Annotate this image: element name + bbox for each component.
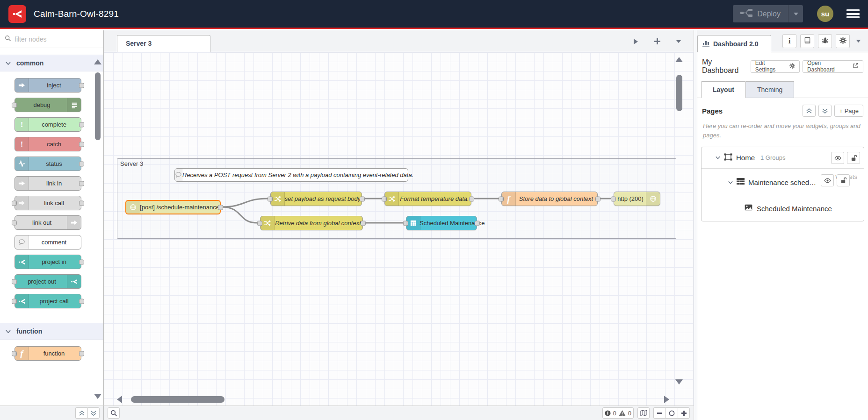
add-page-button[interactable]: + Page — [834, 105, 863, 117]
main-menu-button[interactable] — [846, 9, 860, 18]
palette-category-function[interactable]: function — [0, 323, 103, 340]
palette-category-common[interactable]: common — [0, 55, 103, 71]
palette-node-inject[interactable]: inject — [14, 78, 81, 93]
palette-node-debug[interactable]: debug — [14, 98, 81, 112]
docs-button[interactable] — [800, 34, 814, 48]
zoom-in-button[interactable] — [678, 407, 690, 419]
palette-node-link-in[interactable]: link in — [14, 176, 81, 191]
next-tab-icon[interactable] — [631, 37, 640, 46]
link-arrow-icon — [67, 216, 81, 229]
tab-layout[interactable]: Layout — [701, 81, 746, 98]
flow-node-http-in[interactable]: [post] /schedule-maintenance — [125, 200, 221, 214]
output-port[interactable] — [79, 351, 84, 356]
vertical-scrollbar-thumb[interactable] — [676, 75, 682, 111]
notifications-status[interactable]: 0 0 — [602, 407, 634, 419]
info-button[interactable]: i — [782, 34, 796, 48]
input-port[interactable] — [12, 220, 17, 225]
output-port[interactable] — [79, 181, 84, 186]
unlock-toggle-button[interactable] — [837, 174, 850, 186]
flow-canvas[interactable]: Server 3 Receives a POST request from Se… — [104, 52, 694, 406]
visibility-toggle-button[interactable] — [821, 174, 834, 186]
input-port[interactable] — [12, 102, 17, 107]
workspace-column: Server 3 Server 3 — [104, 30, 694, 406]
user-avatar[interactable]: su — [817, 6, 833, 22]
horizontal-scrollbar-thumb[interactable] — [131, 396, 224, 403]
tab-dashboard-2[interactable]: Dashboard 2.0 — [697, 35, 771, 52]
palette-node-complete[interactable]: ! complete — [14, 117, 81, 132]
page-meta: 1 Groups — [760, 154, 785, 161]
add-flow-icon[interactable] — [652, 37, 662, 46]
output-port[interactable] — [218, 205, 223, 210]
output-port[interactable] — [79, 122, 84, 127]
chevron-down-icon[interactable] — [716, 156, 720, 159]
search-flows-button[interactable] — [108, 407, 120, 419]
output-port[interactable] — [595, 196, 600, 201]
tab-theming[interactable]: Theming — [746, 81, 794, 98]
chevron-down-icon[interactable] — [728, 181, 733, 184]
flow-node-change-retrieve-data[interactable]: Retrive data from global context — [260, 216, 363, 230]
zoom-out-button[interactable] — [653, 407, 665, 419]
output-port[interactable] — [79, 83, 84, 88]
palette-scrollbar[interactable] — [94, 59, 101, 399]
output-port[interactable] — [79, 142, 84, 147]
output-port[interactable] — [360, 196, 365, 201]
deploy-button[interactable]: Deploy — [733, 5, 803, 22]
scroll-down-icon[interactable] — [94, 394, 101, 399]
palette-node-project-out[interactable]: project out — [14, 274, 81, 289]
palette-node-status[interactable]: status — [14, 157, 81, 171]
sidebar-menu-chevron-icon[interactable] — [855, 39, 861, 43]
scroll-down-icon[interactable] — [675, 379, 683, 384]
palette-node-project-call[interactable]: project call — [14, 294, 81, 308]
sidebar-splitter[interactable] — [694, 30, 697, 420]
output-port[interactable] — [79, 299, 84, 304]
expand-all-categories-button[interactable] — [87, 407, 100, 419]
scroll-left-icon[interactable] — [117, 396, 122, 403]
scroll-right-icon[interactable] — [664, 396, 669, 403]
output-port[interactable] — [79, 161, 84, 166]
flow-list-icon[interactable] — [674, 37, 683, 46]
tree-row-page-home[interactable]: Home 1 Groups — [702, 147, 864, 169]
palette-node-comment[interactable]: comment — [14, 235, 81, 249]
flow-node-function-store-data[interactable]: f Store data to global context — [501, 192, 598, 206]
edit-settings-button[interactable]: Edit Settings — [751, 60, 800, 73]
zoom-reset-button[interactable] — [665, 407, 678, 419]
node-red-app: Calm-Barn-Owl-8291 Deploy su — [0, 0, 868, 420]
toggle-navigator-button[interactable] — [637, 407, 650, 419]
open-dashboard-button[interactable]: Open Dashboard — [803, 60, 863, 73]
input-port[interactable] — [611, 196, 616, 201]
output-port[interactable] — [79, 259, 84, 264]
input-port[interactable] — [12, 279, 17, 284]
flow-node-change-format-temperature[interactable]: Format temperature data. — [384, 192, 471, 206]
scroll-up-icon[interactable] — [94, 59, 101, 64]
flow-node-comment[interactable]: Receives a POST request from Server 2 wi… — [174, 168, 408, 182]
expand-all-button[interactable] — [818, 105, 832, 117]
flow-node-ui-table[interactable]: Scheduled Maintenance — [406, 216, 477, 230]
scrollbar-thumb[interactable] — [95, 72, 101, 140]
palette-node-link-out[interactable]: link out — [14, 215, 81, 230]
unlock-toggle-button[interactable] — [847, 152, 860, 164]
palette-node-link-call[interactable]: link call — [14, 196, 81, 210]
visibility-toggle-button[interactable] — [831, 152, 844, 164]
palette-filter-input[interactable] — [14, 36, 85, 43]
flow-node-change-set-payload[interactable]: set payload as request body — [270, 192, 362, 206]
debug-bug-button[interactable] — [818, 34, 832, 48]
dashboard-header-row: My Dashboard Edit Settings Open Dashboar… — [697, 52, 868, 79]
tab-server-3[interactable]: Server 3 — [117, 35, 210, 52]
collapse-all-button[interactable] — [803, 105, 816, 117]
deploy-options-button[interactable] — [788, 5, 803, 22]
palette-node-project-in[interactable]: project in — [14, 255, 81, 269]
tree-row-group-maintenance[interactable]: Maintenance schedul... 1 Widgets — [702, 169, 864, 196]
scroll-up-icon[interactable] — [675, 57, 683, 62]
tree-row-widget-scheduled-maintenance[interactable]: Scheduled Maintenance — [702, 196, 864, 221]
output-port[interactable] — [469, 196, 474, 201]
flow-node-http-response[interactable]: http (200) — [614, 192, 660, 206]
output-port[interactable] — [475, 221, 480, 226]
palette-node-function[interactable]: f function — [14, 346, 81, 361]
settings-button[interactable] — [836, 34, 850, 48]
palette-node-catch[interactable]: ! catch — [14, 137, 81, 151]
dashboard-title: My Dashboard — [702, 58, 751, 75]
output-port[interactable] — [79, 200, 84, 206]
collapse-all-categories-button[interactable] — [75, 407, 87, 419]
output-port[interactable] — [361, 221, 366, 226]
node-palette: common inject debug ! complete ! catch — [0, 30, 104, 406]
